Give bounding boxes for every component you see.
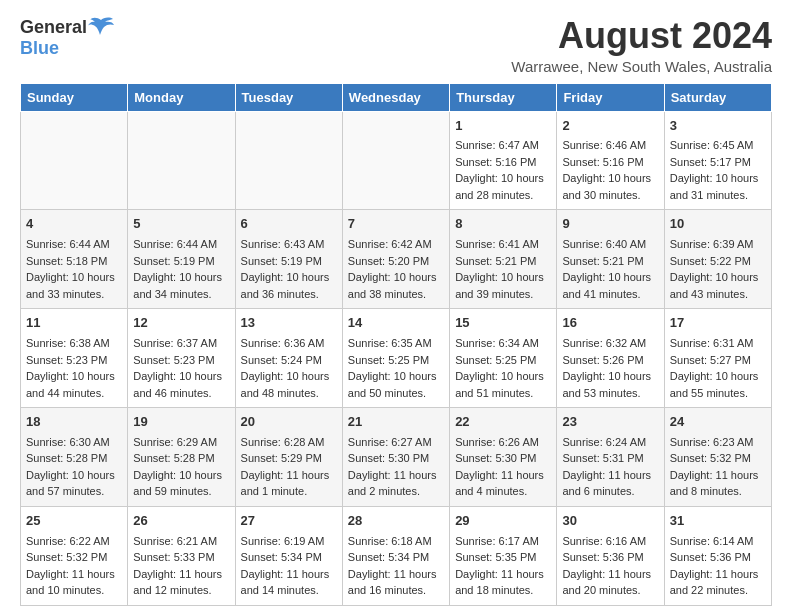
table-row: 1Sunrise: 6:47 AM Sunset: 5:16 PM Daylig… (450, 111, 557, 210)
day-number: 26 (133, 512, 229, 531)
day-details: Sunrise: 6:19 AM Sunset: 5:34 PM Dayligh… (241, 533, 337, 599)
col-sunday: Sunday (21, 83, 128, 111)
day-number: 12 (133, 314, 229, 333)
table-row: 25Sunrise: 6:22 AM Sunset: 5:32 PM Dayli… (21, 506, 128, 605)
table-row: 27Sunrise: 6:19 AM Sunset: 5:34 PM Dayli… (235, 506, 342, 605)
table-row: 19Sunrise: 6:29 AM Sunset: 5:28 PM Dayli… (128, 408, 235, 507)
day-details: Sunrise: 6:42 AM Sunset: 5:20 PM Dayligh… (348, 236, 444, 302)
day-number: 19 (133, 413, 229, 432)
calendar-table: Sunday Monday Tuesday Wednesday Thursday… (20, 83, 772, 606)
day-details: Sunrise: 6:38 AM Sunset: 5:23 PM Dayligh… (26, 335, 122, 401)
table-row: 3Sunrise: 6:45 AM Sunset: 5:17 PM Daylig… (664, 111, 771, 210)
calendar-week-row: 11Sunrise: 6:38 AM Sunset: 5:23 PM Dayli… (21, 309, 772, 408)
col-monday: Monday (128, 83, 235, 111)
table-row: 29Sunrise: 6:17 AM Sunset: 5:35 PM Dayli… (450, 506, 557, 605)
table-row: 2Sunrise: 6:46 AM Sunset: 5:16 PM Daylig… (557, 111, 664, 210)
table-row: 10Sunrise: 6:39 AM Sunset: 5:22 PM Dayli… (664, 210, 771, 309)
day-details: Sunrise: 6:31 AM Sunset: 5:27 PM Dayligh… (670, 335, 766, 401)
logo-bird-icon (87, 16, 115, 38)
day-number: 25 (26, 512, 122, 531)
day-number: 21 (348, 413, 444, 432)
day-details: Sunrise: 6:27 AM Sunset: 5:30 PM Dayligh… (348, 434, 444, 500)
table-row: 4Sunrise: 6:44 AM Sunset: 5:18 PM Daylig… (21, 210, 128, 309)
day-details: Sunrise: 6:43 AM Sunset: 5:19 PM Dayligh… (241, 236, 337, 302)
table-row: 5Sunrise: 6:44 AM Sunset: 5:19 PM Daylig… (128, 210, 235, 309)
table-row: 6Sunrise: 6:43 AM Sunset: 5:19 PM Daylig… (235, 210, 342, 309)
table-row: 14Sunrise: 6:35 AM Sunset: 5:25 PM Dayli… (342, 309, 449, 408)
day-number: 18 (26, 413, 122, 432)
logo-general: General (20, 17, 87, 38)
table-row (235, 111, 342, 210)
day-number: 31 (670, 512, 766, 531)
day-details: Sunrise: 6:47 AM Sunset: 5:16 PM Dayligh… (455, 137, 551, 203)
day-details: Sunrise: 6:45 AM Sunset: 5:17 PM Dayligh… (670, 137, 766, 203)
table-row: 26Sunrise: 6:21 AM Sunset: 5:33 PM Dayli… (128, 506, 235, 605)
day-details: Sunrise: 6:17 AM Sunset: 5:35 PM Dayligh… (455, 533, 551, 599)
day-number: 28 (348, 512, 444, 531)
day-number: 15 (455, 314, 551, 333)
col-wednesday: Wednesday (342, 83, 449, 111)
table-row: 18Sunrise: 6:30 AM Sunset: 5:28 PM Dayli… (21, 408, 128, 507)
table-row: 16Sunrise: 6:32 AM Sunset: 5:26 PM Dayli… (557, 309, 664, 408)
day-number: 29 (455, 512, 551, 531)
table-row: 31Sunrise: 6:14 AM Sunset: 5:36 PM Dayli… (664, 506, 771, 605)
day-number: 16 (562, 314, 658, 333)
day-details: Sunrise: 6:30 AM Sunset: 5:28 PM Dayligh… (26, 434, 122, 500)
day-details: Sunrise: 6:18 AM Sunset: 5:34 PM Dayligh… (348, 533, 444, 599)
day-details: Sunrise: 6:41 AM Sunset: 5:21 PM Dayligh… (455, 236, 551, 302)
table-row: 8Sunrise: 6:41 AM Sunset: 5:21 PM Daylig… (450, 210, 557, 309)
day-number: 8 (455, 215, 551, 234)
calendar-week-row: 1Sunrise: 6:47 AM Sunset: 5:16 PM Daylig… (21, 111, 772, 210)
day-number: 13 (241, 314, 337, 333)
day-details: Sunrise: 6:37 AM Sunset: 5:23 PM Dayligh… (133, 335, 229, 401)
day-details: Sunrise: 6:39 AM Sunset: 5:22 PM Dayligh… (670, 236, 766, 302)
col-thursday: Thursday (450, 83, 557, 111)
table-row: 15Sunrise: 6:34 AM Sunset: 5:25 PM Dayli… (450, 309, 557, 408)
day-number: 20 (241, 413, 337, 432)
table-row: 13Sunrise: 6:36 AM Sunset: 5:24 PM Dayli… (235, 309, 342, 408)
day-number: 14 (348, 314, 444, 333)
calendar-week-row: 25Sunrise: 6:22 AM Sunset: 5:32 PM Dayli… (21, 506, 772, 605)
page-subtitle: Warrawee, New South Wales, Australia (511, 58, 772, 75)
table-row: 22Sunrise: 6:26 AM Sunset: 5:30 PM Dayli… (450, 408, 557, 507)
day-number: 9 (562, 215, 658, 234)
calendar-week-row: 18Sunrise: 6:30 AM Sunset: 5:28 PM Dayli… (21, 408, 772, 507)
calendar-header-row: Sunday Monday Tuesday Wednesday Thursday… (21, 83, 772, 111)
day-details: Sunrise: 6:28 AM Sunset: 5:29 PM Dayligh… (241, 434, 337, 500)
day-details: Sunrise: 6:36 AM Sunset: 5:24 PM Dayligh… (241, 335, 337, 401)
table-row: 17Sunrise: 6:31 AM Sunset: 5:27 PM Dayli… (664, 309, 771, 408)
day-number: 17 (670, 314, 766, 333)
day-details: Sunrise: 6:22 AM Sunset: 5:32 PM Dayligh… (26, 533, 122, 599)
day-number: 11 (26, 314, 122, 333)
day-number: 5 (133, 215, 229, 234)
day-details: Sunrise: 6:44 AM Sunset: 5:19 PM Dayligh… (133, 236, 229, 302)
logo: General Blue (20, 16, 115, 59)
header: General Blue August 2024 Warrawee, New S… (20, 16, 772, 75)
day-details: Sunrise: 6:34 AM Sunset: 5:25 PM Dayligh… (455, 335, 551, 401)
day-details: Sunrise: 6:21 AM Sunset: 5:33 PM Dayligh… (133, 533, 229, 599)
col-friday: Friday (557, 83, 664, 111)
day-number: 4 (26, 215, 122, 234)
day-number: 3 (670, 117, 766, 136)
table-row: 20Sunrise: 6:28 AM Sunset: 5:29 PM Dayli… (235, 408, 342, 507)
day-number: 23 (562, 413, 658, 432)
day-details: Sunrise: 6:26 AM Sunset: 5:30 PM Dayligh… (455, 434, 551, 500)
table-row: 30Sunrise: 6:16 AM Sunset: 5:36 PM Dayli… (557, 506, 664, 605)
table-row: 7Sunrise: 6:42 AM Sunset: 5:20 PM Daylig… (342, 210, 449, 309)
day-number: 10 (670, 215, 766, 234)
day-details: Sunrise: 6:35 AM Sunset: 5:25 PM Dayligh… (348, 335, 444, 401)
day-number: 7 (348, 215, 444, 234)
day-number: 30 (562, 512, 658, 531)
table-row (21, 111, 128, 210)
table-row: 23Sunrise: 6:24 AM Sunset: 5:31 PM Dayli… (557, 408, 664, 507)
day-number: 1 (455, 117, 551, 136)
day-details: Sunrise: 6:24 AM Sunset: 5:31 PM Dayligh… (562, 434, 658, 500)
day-number: 6 (241, 215, 337, 234)
day-details: Sunrise: 6:40 AM Sunset: 5:21 PM Dayligh… (562, 236, 658, 302)
page-title: August 2024 (511, 16, 772, 56)
day-number: 22 (455, 413, 551, 432)
table-row: 11Sunrise: 6:38 AM Sunset: 5:23 PM Dayli… (21, 309, 128, 408)
day-number: 27 (241, 512, 337, 531)
day-details: Sunrise: 6:46 AM Sunset: 5:16 PM Dayligh… (562, 137, 658, 203)
table-row: 24Sunrise: 6:23 AM Sunset: 5:32 PM Dayli… (664, 408, 771, 507)
